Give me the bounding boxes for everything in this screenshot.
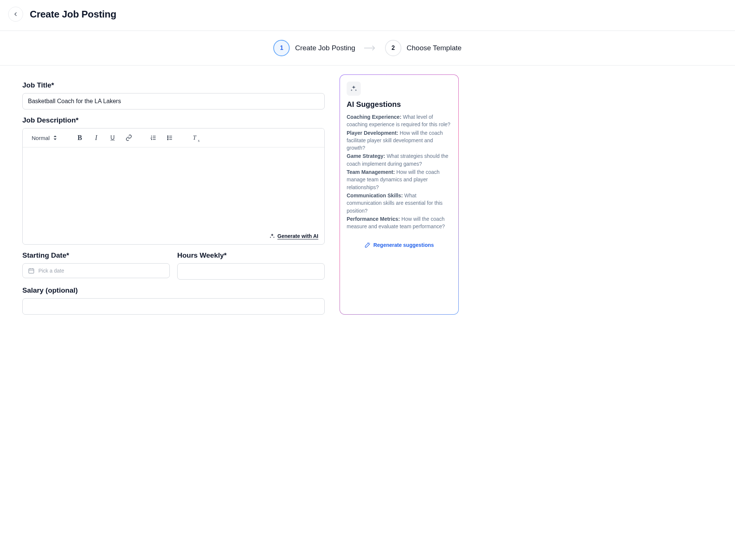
content: Job Title* Job Description* Normal B I U (0, 66, 469, 330)
step-number: 1 (273, 40, 290, 56)
ai-suggestion-heading: Game Strategy: (347, 153, 386, 159)
job-description-label: Job Description* (22, 116, 325, 124)
step-label: Choose Template (407, 44, 462, 52)
hours-weekly-label: Hours Weekly* (177, 251, 325, 260)
step-number: 2 (385, 40, 401, 56)
svg-point-1 (168, 137, 168, 138)
arrow-right-icon (363, 44, 377, 52)
job-title-input[interactable] (22, 93, 325, 109)
starting-date-input[interactable]: Pick a date (22, 263, 170, 278)
block-style-select[interactable]: Normal (28, 133, 61, 143)
ai-suggestion-item: Coaching Experience: What level of coach… (347, 113, 452, 128)
bold-button[interactable]: B (74, 132, 85, 143)
salary-input[interactable] (22, 298, 325, 315)
stepper: 1 Create Job Posting 2 Choose Template (0, 31, 735, 66)
ai-suggestion-heading: Coaching Experience: (347, 114, 403, 120)
generate-with-ai-label: Generate with AI (277, 233, 318, 239)
ordered-list-icon (150, 134, 157, 141)
header: Create Job Posting (0, 0, 735, 31)
regenerate-suggestions-button[interactable]: Regenerate suggestions (347, 242, 452, 248)
job-title-label: Job Title* (22, 81, 325, 89)
underline-button[interactable]: U (107, 132, 118, 143)
back-button[interactable] (8, 7, 23, 22)
clear-formatting-button[interactable]: Tx (189, 132, 200, 143)
ai-suggestion-heading: Player Development: (347, 130, 400, 136)
ai-suggestions-panel: AI Suggestions Coaching Experience: What… (340, 74, 459, 315)
hours-weekly-input[interactable] (177, 263, 325, 280)
sparkles-icon (269, 233, 275, 239)
form-column: Job Title* Job Description* Normal B I U (22, 74, 325, 315)
ai-suggestion-heading: Performance Metrics: (347, 216, 401, 222)
sparkles-icon (347, 82, 361, 96)
ai-suggestion-item: Game Strategy: What strategies should th… (347, 152, 452, 168)
ai-suggestions-title: AI Suggestions (347, 100, 452, 109)
link-button[interactable] (123, 132, 134, 143)
italic-button[interactable]: I (90, 132, 102, 143)
ai-suggestion-heading: Communication Skills: (347, 192, 404, 198)
editor-toolbar: Normal B I U (23, 128, 324, 147)
ai-suggestion-item: Communication Skills: What communication… (347, 192, 452, 214)
unordered-list-button[interactable] (164, 132, 175, 143)
starting-date-label: Starting Date* (22, 251, 170, 260)
step-2[interactable]: 2 Choose Template (385, 40, 462, 56)
link-icon (125, 134, 132, 141)
ordered-list-button[interactable] (148, 132, 159, 143)
svg-rect-3 (29, 269, 34, 273)
step-label: Create Job Posting (295, 44, 355, 52)
block-style-label: Normal (32, 135, 50, 141)
arrow-left-icon (12, 11, 19, 18)
generate-with-ai-button[interactable]: Generate with AI (269, 233, 318, 239)
svg-point-0 (168, 136, 168, 136)
editor-textarea[interactable]: Generate with AI (23, 147, 324, 244)
sort-icon (53, 135, 57, 140)
salary-label: Salary (optional) (22, 286, 325, 295)
regenerate-suggestions-label: Regenerate suggestions (373, 242, 434, 248)
ai-suggestion-item: Performance Metrics: How will the coach … (347, 215, 452, 230)
calendar-icon (28, 267, 35, 274)
ai-suggestion-heading: Team Management: (347, 169, 397, 175)
starting-date-placeholder: Pick a date (38, 268, 64, 274)
ai-suggestion-item: Player Development: How will the coach f… (347, 129, 452, 152)
page-title: Create Job Posting (30, 9, 116, 20)
unordered-list-icon (166, 134, 173, 141)
step-1[interactable]: 1 Create Job Posting (273, 40, 355, 56)
ai-suggestions-list: Coaching Experience: What level of coach… (347, 113, 452, 230)
ai-suggestion-item: Team Management: How will the coach mana… (347, 168, 452, 191)
svg-point-2 (168, 139, 168, 140)
job-description-editor: Normal B I U (22, 128, 325, 245)
wand-icon (365, 242, 370, 248)
